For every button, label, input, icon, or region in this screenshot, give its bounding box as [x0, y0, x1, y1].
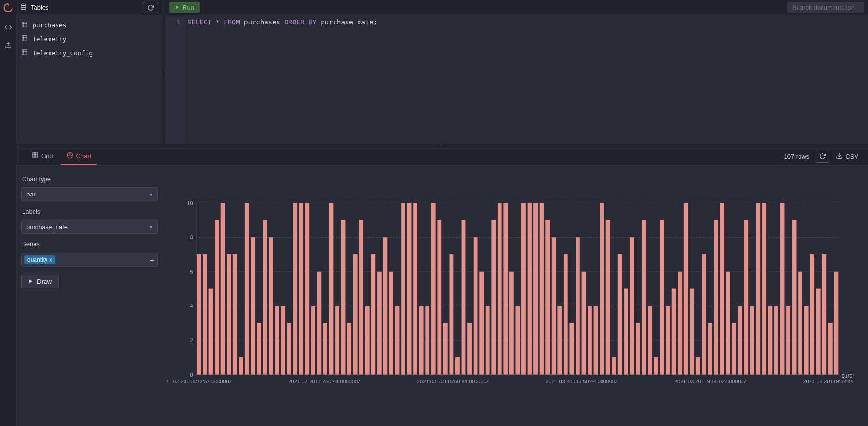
- svg-rect-73: [443, 323, 448, 374]
- tab-chart-label: Chart: [76, 152, 92, 160]
- svg-rect-83: [503, 203, 508, 375]
- svg-rect-42: [257, 323, 261, 374]
- chevron-down-icon: ▾: [150, 224, 152, 230]
- svg-text:2: 2: [190, 337, 193, 343]
- svg-rect-8: [22, 50, 27, 55]
- line-gutter: 1: [165, 17, 185, 144]
- chart-config-panel: Chart type bar ▾ Labels purchase_date ▾ …: [16, 166, 162, 426]
- sidebar-title: Tables: [31, 4, 49, 11]
- svg-rect-84: [509, 272, 514, 375]
- svg-rect-102: [618, 254, 622, 375]
- svg-rect-105: [636, 323, 640, 374]
- svg-rect-80: [486, 306, 490, 374]
- svg-rect-45: [275, 306, 279, 374]
- editor-pane: Run 1 SELECT * FROM purchases ORDER BY p…: [165, 0, 868, 144]
- svg-rect-54: [329, 203, 334, 375]
- refresh-tables-button[interactable]: [143, 2, 158, 13]
- labels-select[interactable]: purchase_date ▾: [21, 220, 158, 234]
- left-rail: [0, 0, 16, 426]
- labels-value: purchase_date: [26, 223, 68, 230]
- svg-rect-12: [33, 152, 38, 158]
- svg-rect-82: [498, 203, 502, 375]
- chevron-down-icon: ▾: [150, 192, 152, 197]
- tab-chart[interactable]: Chart: [61, 148, 97, 165]
- run-button[interactable]: Run: [169, 2, 200, 13]
- svg-rect-60: [365, 306, 370, 374]
- svg-rect-33: [203, 254, 207, 375]
- svg-rect-125: [756, 203, 760, 375]
- tab-grid[interactable]: Grid: [26, 148, 59, 165]
- code-icon[interactable]: [4, 23, 12, 33]
- svg-rect-130: [786, 306, 790, 374]
- export-icon[interactable]: [4, 41, 12, 50]
- svg-rect-70: [425, 306, 429, 374]
- play-icon: [175, 4, 180, 11]
- table-icon: [21, 21, 28, 29]
- table-name: telemetry: [33, 35, 66, 43]
- svg-rect-74: [450, 254, 454, 375]
- database-icon: [20, 3, 27, 12]
- svg-rect-116: [702, 254, 706, 375]
- svg-rect-34: [209, 289, 213, 375]
- export-csv-button[interactable]: CSV: [836, 152, 858, 161]
- table-icon: [21, 49, 28, 57]
- table-item[interactable]: telemetry_config: [16, 46, 162, 60]
- svg-rect-96: [582, 272, 586, 375]
- svg-rect-63: [383, 237, 387, 374]
- sidebar-header: Tables: [16, 0, 162, 15]
- svg-rect-107: [648, 306, 652, 374]
- svg-rect-127: [768, 306, 772, 374]
- series-label: Series: [22, 241, 158, 248]
- draw-button[interactable]: Draw: [21, 275, 59, 288]
- remove-tag-icon[interactable]: x: [49, 256, 52, 263]
- app-logo: [3, 3, 13, 15]
- table-name: purchases: [33, 22, 66, 29]
- svg-rect-114: [690, 289, 694, 375]
- svg-rect-132: [798, 272, 802, 375]
- table-icon: [21, 35, 28, 43]
- code-editor[interactable]: 1 SELECT * FROM purchases ORDER BY purch…: [165, 15, 868, 144]
- results-right: 107 rows CSV: [784, 150, 858, 163]
- chart-type-select[interactable]: bar ▾: [21, 187, 158, 201]
- svg-rect-115: [696, 357, 700, 375]
- add-series-button[interactable]: +: [150, 256, 154, 264]
- table-name: telemetry_config: [33, 49, 93, 57]
- chart-type-value: bar: [26, 191, 35, 198]
- svg-text:2021-03-20T19:58:48.000000Z: 2021-03-20T19:58:48.000000Z: [803, 379, 854, 384]
- svg-rect-112: [678, 272, 682, 375]
- svg-rect-134: [810, 254, 814, 375]
- svg-rect-76: [462, 220, 466, 374]
- svg-rect-124: [750, 306, 754, 374]
- csv-label: CSV: [845, 153, 858, 160]
- svg-rect-48: [293, 203, 297, 375]
- svg-rect-65: [395, 306, 400, 374]
- svg-rect-109: [660, 220, 664, 374]
- series-select[interactable]: quantity x +: [21, 253, 158, 267]
- results-body: Chart type bar ▾ Labels purchase_date ▾ …: [16, 166, 868, 426]
- svg-rect-40: [245, 203, 249, 375]
- svg-rect-67: [407, 203, 412, 375]
- editor-toolbar: Run: [165, 0, 868, 15]
- svg-rect-92: [557, 306, 562, 374]
- svg-rect-69: [419, 306, 424, 374]
- main-area: Tables purchasestelemetrytelemetry_confi…: [16, 0, 868, 426]
- svg-rect-53: [323, 323, 327, 374]
- series-tag-label: quantity: [27, 256, 47, 263]
- svg-rect-122: [738, 306, 742, 374]
- code-line[interactable]: SELECT * FROM purchases ORDER BY purchas…: [185, 17, 377, 144]
- svg-rect-35: [215, 220, 219, 374]
- table-item[interactable]: purchases: [16, 18, 162, 32]
- download-icon: [836, 152, 843, 161]
- svg-rect-72: [437, 220, 441, 374]
- svg-rect-118: [714, 220, 718, 374]
- svg-rect-97: [588, 306, 592, 374]
- svg-rect-113: [684, 203, 688, 375]
- svg-rect-37: [227, 254, 231, 375]
- bar-chart: 02468102021-03-20T15:12:57.000000Z2021-0…: [167, 175, 854, 421]
- search-documentation-input[interactable]: [787, 2, 864, 13]
- svg-rect-79: [479, 272, 484, 375]
- grid-icon: [32, 152, 38, 160]
- refresh-results-button[interactable]: [816, 150, 829, 163]
- svg-rect-44: [269, 237, 273, 374]
- table-item[interactable]: telemetry: [16, 32, 162, 46]
